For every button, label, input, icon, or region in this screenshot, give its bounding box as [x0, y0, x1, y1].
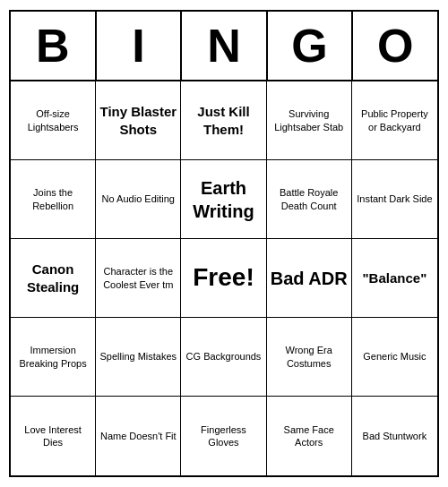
bingo-letter-n: N [182, 12, 268, 80]
bingo-cell-2[interactable]: Just Kill Them! [181, 81, 266, 160]
cell-text: Bad ADR [271, 267, 348, 290]
cell-text: Battle Royale Death Count [271, 186, 348, 212]
bingo-cell-18[interactable]: Wrong Era Costumes [267, 318, 352, 397]
bingo-cell-7[interactable]: Earth Writing [181, 160, 266, 239]
bingo-cell-12[interactable]: Free! [181, 239, 266, 318]
cell-text: Same Face Actors [271, 423, 348, 449]
bingo-cell-1[interactable]: Tiny Blaster Shots [96, 81, 181, 160]
bingo-cell-17[interactable]: CG Backgrounds [181, 318, 266, 397]
cell-text: Earth Writing [185, 176, 262, 223]
cell-text: Spelling Mistakes [99, 350, 177, 363]
bingo-card: BINGO Off-size LightsabersTiny Blaster S… [9, 10, 439, 477]
bingo-letter-b: B [11, 12, 97, 80]
cell-text: Character is the Coolest Ever tm [99, 265, 177, 291]
bingo-letter-o: O [353, 12, 437, 80]
bingo-cell-6[interactable]: No Audio Editing [96, 160, 181, 239]
bingo-header: BINGO [11, 12, 437, 81]
cell-text: Joins the Rebellion [14, 186, 91, 212]
cell-text: Generic Music [363, 350, 426, 363]
bingo-cell-11[interactable]: Character is the Coolest Ever tm [96, 239, 181, 318]
bingo-cell-15[interactable]: Immersion Breaking Props [11, 318, 96, 397]
bingo-letter-g: G [268, 12, 354, 80]
bingo-letter-i: I [97, 12, 183, 80]
cell-text: Name Doesn't Fit [100, 430, 177, 442]
cell-text: "Balance" [363, 269, 427, 287]
cell-text: Free! [193, 261, 254, 294]
bingo-cell-21[interactable]: Name Doesn't Fit [96, 397, 181, 475]
bingo-cell-14[interactable]: "Balance" [352, 239, 437, 318]
cell-text: Canon Stealing [14, 261, 91, 295]
bingo-cell-19[interactable]: Generic Music [352, 318, 437, 397]
cell-text: Immersion Breaking Props [14, 344, 91, 370]
bingo-grid: Off-size LightsabersTiny Blaster ShotsJu… [11, 81, 437, 475]
cell-text: Tiny Blaster Shots [99, 103, 177, 138]
cell-text: No Audio Editing [102, 192, 175, 205]
cell-text: Wrong Era Costumes [271, 344, 348, 370]
bingo-cell-3[interactable]: Surviving Lightsaber Stab [267, 81, 352, 160]
cell-text: Off-size Lightsabers [14, 107, 91, 133]
bingo-cell-10[interactable]: Canon Stealing [11, 239, 96, 318]
bingo-cell-20[interactable]: Love Interest Dies [11, 397, 96, 475]
cell-text: Love Interest Dies [14, 423, 91, 449]
bingo-cell-4[interactable]: Public Property or Backyard [352, 81, 437, 160]
cell-text: Just Kill Them! [185, 103, 262, 138]
bingo-cell-0[interactable]: Off-size Lightsabers [11, 81, 96, 160]
cell-text: CG Backgrounds [186, 350, 262, 363]
bingo-cell-23[interactable]: Same Face Actors [267, 397, 352, 475]
cell-text: Instant Dark Side [357, 192, 432, 205]
cell-text: Public Property or Backyard [356, 107, 434, 133]
bingo-cell-13[interactable]: Bad ADR [267, 239, 352, 318]
cell-text: Bad Stuntwork [363, 430, 427, 442]
bingo-cell-22[interactable]: Fingerless Gloves [181, 397, 266, 475]
bingo-cell-8[interactable]: Battle Royale Death Count [267, 160, 352, 239]
cell-text: Surviving Lightsaber Stab [271, 107, 348, 133]
bingo-cell-5[interactable]: Joins the Rebellion [11, 160, 96, 239]
bingo-cell-16[interactable]: Spelling Mistakes [96, 318, 181, 397]
bingo-cell-24[interactable]: Bad Stuntwork [352, 397, 437, 475]
cell-text: Fingerless Gloves [185, 423, 262, 449]
bingo-cell-9[interactable]: Instant Dark Side [352, 160, 437, 239]
